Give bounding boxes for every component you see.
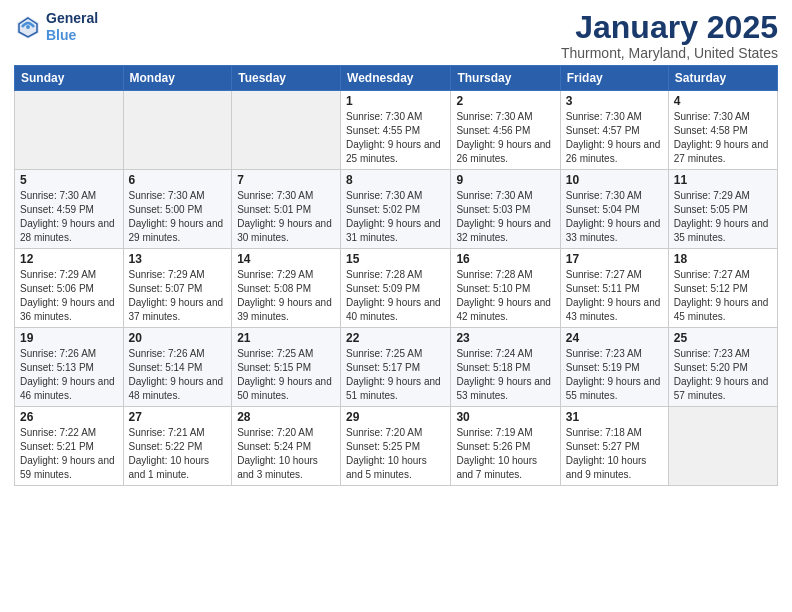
- day-info: Sunrise: 7:21 AM Sunset: 5:22 PM Dayligh…: [129, 426, 227, 482]
- day-info: Sunrise: 7:30 AM Sunset: 4:57 PM Dayligh…: [566, 110, 663, 166]
- calendar-cell: [232, 91, 341, 170]
- day-number: 8: [346, 173, 445, 187]
- day-info: Sunrise: 7:30 AM Sunset: 5:00 PM Dayligh…: [129, 189, 227, 245]
- day-info: Sunrise: 7:26 AM Sunset: 5:13 PM Dayligh…: [20, 347, 118, 403]
- day-number: 25: [674, 331, 772, 345]
- calendar-cell: 6Sunrise: 7:30 AM Sunset: 5:00 PM Daylig…: [123, 170, 232, 249]
- calendar-cell: 29Sunrise: 7:20 AM Sunset: 5:25 PM Dayli…: [341, 407, 451, 486]
- calendar-cell: 18Sunrise: 7:27 AM Sunset: 5:12 PM Dayli…: [668, 249, 777, 328]
- calendar-cell: 22Sunrise: 7:25 AM Sunset: 5:17 PM Dayli…: [341, 328, 451, 407]
- day-number: 1: [346, 94, 445, 108]
- calendar-cell: 23Sunrise: 7:24 AM Sunset: 5:18 PM Dayli…: [451, 328, 560, 407]
- day-info: Sunrise: 7:25 AM Sunset: 5:17 PM Dayligh…: [346, 347, 445, 403]
- day-number: 29: [346, 410, 445, 424]
- day-number: 6: [129, 173, 227, 187]
- calendar-table: SundayMondayTuesdayWednesdayThursdayFrid…: [14, 65, 778, 486]
- svg-point-2: [26, 25, 30, 29]
- day-number: 20: [129, 331, 227, 345]
- day-info: Sunrise: 7:29 AM Sunset: 5:08 PM Dayligh…: [237, 268, 335, 324]
- weekday-header: Wednesday: [341, 66, 451, 91]
- calendar-cell: 11Sunrise: 7:29 AM Sunset: 5:05 PM Dayli…: [668, 170, 777, 249]
- calendar-cell: 21Sunrise: 7:25 AM Sunset: 5:15 PM Dayli…: [232, 328, 341, 407]
- day-number: 22: [346, 331, 445, 345]
- day-info: Sunrise: 7:19 AM Sunset: 5:26 PM Dayligh…: [456, 426, 554, 482]
- day-number: 2: [456, 94, 554, 108]
- calendar-cell: [123, 91, 232, 170]
- day-info: Sunrise: 7:27 AM Sunset: 5:11 PM Dayligh…: [566, 268, 663, 324]
- logo-text: General Blue: [46, 10, 98, 44]
- day-info: Sunrise: 7:28 AM Sunset: 5:10 PM Dayligh…: [456, 268, 554, 324]
- calendar-week-row: 19Sunrise: 7:26 AM Sunset: 5:13 PM Dayli…: [15, 328, 778, 407]
- day-info: Sunrise: 7:29 AM Sunset: 5:07 PM Dayligh…: [129, 268, 227, 324]
- logo: General Blue: [14, 10, 98, 44]
- day-info: Sunrise: 7:30 AM Sunset: 4:55 PM Dayligh…: [346, 110, 445, 166]
- calendar-cell: 7Sunrise: 7:30 AM Sunset: 5:01 PM Daylig…: [232, 170, 341, 249]
- day-info: Sunrise: 7:20 AM Sunset: 5:25 PM Dayligh…: [346, 426, 445, 482]
- calendar-cell: 28Sunrise: 7:20 AM Sunset: 5:24 PM Dayli…: [232, 407, 341, 486]
- day-number: 3: [566, 94, 663, 108]
- calendar-cell: 4Sunrise: 7:30 AM Sunset: 4:58 PM Daylig…: [668, 91, 777, 170]
- calendar-cell: 17Sunrise: 7:27 AM Sunset: 5:11 PM Dayli…: [560, 249, 668, 328]
- calendar-cell: 1Sunrise: 7:30 AM Sunset: 4:55 PM Daylig…: [341, 91, 451, 170]
- calendar-cell: 31Sunrise: 7:18 AM Sunset: 5:27 PM Dayli…: [560, 407, 668, 486]
- day-number: 19: [20, 331, 118, 345]
- day-info: Sunrise: 7:30 AM Sunset: 5:02 PM Dayligh…: [346, 189, 445, 245]
- calendar-cell: 8Sunrise: 7:30 AM Sunset: 5:02 PM Daylig…: [341, 170, 451, 249]
- day-info: Sunrise: 7:25 AM Sunset: 5:15 PM Dayligh…: [237, 347, 335, 403]
- calendar-cell: 20Sunrise: 7:26 AM Sunset: 5:14 PM Dayli…: [123, 328, 232, 407]
- location-title: Thurmont, Maryland, United States: [561, 45, 778, 61]
- calendar-cell: 30Sunrise: 7:19 AM Sunset: 5:26 PM Dayli…: [451, 407, 560, 486]
- calendar-week-row: 1Sunrise: 7:30 AM Sunset: 4:55 PM Daylig…: [15, 91, 778, 170]
- day-info: Sunrise: 7:29 AM Sunset: 5:06 PM Dayligh…: [20, 268, 118, 324]
- calendar-cell: 26Sunrise: 7:22 AM Sunset: 5:21 PM Dayli…: [15, 407, 124, 486]
- logo-icon: [14, 13, 42, 41]
- day-number: 23: [456, 331, 554, 345]
- weekday-header: Monday: [123, 66, 232, 91]
- header: General Blue January 2025 Thurmont, Mary…: [14, 10, 778, 61]
- weekday-header: Tuesday: [232, 66, 341, 91]
- calendar-header-row: SundayMondayTuesdayWednesdayThursdayFrid…: [15, 66, 778, 91]
- calendar-cell: 2Sunrise: 7:30 AM Sunset: 4:56 PM Daylig…: [451, 91, 560, 170]
- day-info: Sunrise: 7:30 AM Sunset: 4:58 PM Dayligh…: [674, 110, 772, 166]
- calendar-cell: 27Sunrise: 7:21 AM Sunset: 5:22 PM Dayli…: [123, 407, 232, 486]
- weekday-header: Thursday: [451, 66, 560, 91]
- calendar-cell: 14Sunrise: 7:29 AM Sunset: 5:08 PM Dayli…: [232, 249, 341, 328]
- day-info: Sunrise: 7:27 AM Sunset: 5:12 PM Dayligh…: [674, 268, 772, 324]
- day-number: 28: [237, 410, 335, 424]
- weekday-header: Friday: [560, 66, 668, 91]
- day-number: 15: [346, 252, 445, 266]
- day-info: Sunrise: 7:26 AM Sunset: 5:14 PM Dayligh…: [129, 347, 227, 403]
- calendar-cell: 24Sunrise: 7:23 AM Sunset: 5:19 PM Dayli…: [560, 328, 668, 407]
- day-number: 16: [456, 252, 554, 266]
- calendar-cell: 16Sunrise: 7:28 AM Sunset: 5:10 PM Dayli…: [451, 249, 560, 328]
- day-number: 4: [674, 94, 772, 108]
- day-info: Sunrise: 7:24 AM Sunset: 5:18 PM Dayligh…: [456, 347, 554, 403]
- day-number: 26: [20, 410, 118, 424]
- title-block: January 2025 Thurmont, Maryland, United …: [561, 10, 778, 61]
- day-number: 27: [129, 410, 227, 424]
- calendar-week-row: 5Sunrise: 7:30 AM Sunset: 4:59 PM Daylig…: [15, 170, 778, 249]
- day-number: 11: [674, 173, 772, 187]
- day-info: Sunrise: 7:30 AM Sunset: 4:56 PM Dayligh…: [456, 110, 554, 166]
- calendar-week-row: 26Sunrise: 7:22 AM Sunset: 5:21 PM Dayli…: [15, 407, 778, 486]
- day-info: Sunrise: 7:23 AM Sunset: 5:19 PM Dayligh…: [566, 347, 663, 403]
- calendar-cell: 9Sunrise: 7:30 AM Sunset: 5:03 PM Daylig…: [451, 170, 560, 249]
- day-number: 30: [456, 410, 554, 424]
- calendar-cell: 10Sunrise: 7:30 AM Sunset: 5:04 PM Dayli…: [560, 170, 668, 249]
- page-container: General Blue January 2025 Thurmont, Mary…: [0, 0, 792, 494]
- calendar-cell: [668, 407, 777, 486]
- weekday-header: Saturday: [668, 66, 777, 91]
- calendar-cell: 5Sunrise: 7:30 AM Sunset: 4:59 PM Daylig…: [15, 170, 124, 249]
- day-info: Sunrise: 7:29 AM Sunset: 5:05 PM Dayligh…: [674, 189, 772, 245]
- calendar-cell: 3Sunrise: 7:30 AM Sunset: 4:57 PM Daylig…: [560, 91, 668, 170]
- weekday-header: Sunday: [15, 66, 124, 91]
- calendar-cell: 19Sunrise: 7:26 AM Sunset: 5:13 PM Dayli…: [15, 328, 124, 407]
- day-number: 7: [237, 173, 335, 187]
- day-number: 17: [566, 252, 663, 266]
- day-number: 5: [20, 173, 118, 187]
- day-number: 31: [566, 410, 663, 424]
- day-number: 24: [566, 331, 663, 345]
- day-number: 13: [129, 252, 227, 266]
- day-number: 10: [566, 173, 663, 187]
- day-info: Sunrise: 7:23 AM Sunset: 5:20 PM Dayligh…: [674, 347, 772, 403]
